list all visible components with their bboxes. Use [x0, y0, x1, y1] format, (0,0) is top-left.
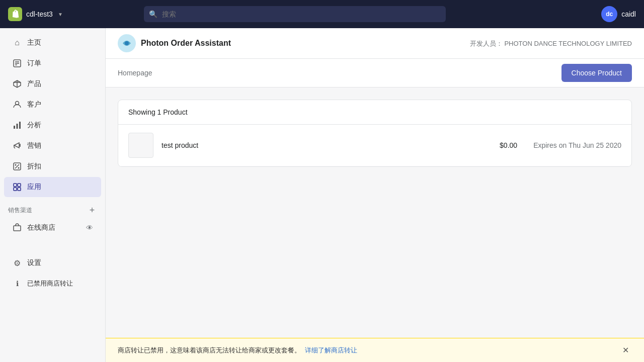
product-list-heading: Showing 1 Product [118, 100, 631, 125]
sidebar-item-settings[interactable]: ⚙ 设置 [4, 253, 101, 273]
svg-rect-19 [14, 226, 21, 231]
app-logo-icon [118, 34, 136, 52]
orders-icon [12, 58, 22, 68]
nav-right-area: dc caidl [601, 6, 636, 22]
choose-product-button[interactable]: Choose Product [561, 64, 632, 82]
sidebar-item-customers[interactable]: 客户 [4, 95, 101, 115]
sidebar: ⌂ 主页 订单 产品 客户 [0, 28, 106, 362]
search-bar: 🔍 [144, 6, 446, 22]
sidebar-item-apps[interactable]: 应用 [4, 177, 101, 197]
svg-point-13 [15, 164, 17, 166]
user-name: caidl [621, 10, 636, 18]
svg-rect-16 [18, 184, 21, 187]
shopify-logo-icon [8, 7, 22, 21]
products-icon [12, 79, 22, 89]
content-area: Photon Order Assistant 开发人员： PHOTON DANC… [106, 28, 644, 362]
avatar-initials: dc [606, 11, 613, 18]
product-price: $0.00 [500, 141, 517, 149]
banner-left: 商店转让已禁用，这意味着该商店无法转让给商家或更改套餐。 详细了解商店转让 [118, 346, 357, 355]
svg-rect-9 [17, 124, 18, 129]
online-store-left: 在线商店 [12, 223, 55, 233]
app-name: Photon Order Assistant [141, 39, 231, 48]
sidebar-item-analytics[interactable]: 分析 [4, 115, 101, 135]
info-icon: ℹ [12, 279, 22, 289]
sidebar-item-store-transfer[interactable]: ℹ 已禁用商店转让 [4, 274, 101, 294]
bottom-banner: 商店转让已禁用，这意味着该商店无法转让给商家或更改套餐。 详细了解商店转让 ✕ [106, 338, 644, 362]
avatar[interactable]: dc [601, 6, 617, 22]
breadcrumb-bar: Homepage Choose Product [106, 59, 644, 87]
online-store-label: 在线商店 [27, 223, 55, 232]
sidebar-item-online-store[interactable]: 在线商店 👁 [4, 219, 101, 237]
marketing-icon [12, 141, 22, 151]
product-thumbnail [128, 133, 153, 158]
settings-icon: ⚙ [12, 258, 22, 268]
sidebar-item-settings-label: 设置 [27, 258, 41, 267]
app-title-area: Photon Order Assistant [118, 34, 231, 52]
discounts-icon [12, 161, 22, 171]
app-header: Photon Order Assistant 开发人员： PHOTON DANC… [106, 28, 644, 59]
top-navigation: cdl-test3 ▼ 🔍 dc caidl [0, 0, 644, 28]
sidebar-item-home-label: 主页 [27, 38, 41, 47]
sidebar-item-analytics-label: 分析 [27, 121, 41, 130]
sales-channels-label: 销售渠道 [8, 206, 32, 215]
svg-rect-8 [14, 126, 15, 129]
sidebar-item-home[interactable]: ⌂ 主页 [4, 33, 101, 53]
customers-icon [12, 100, 22, 110]
svg-rect-17 [14, 188, 17, 191]
banner-close-button[interactable]: ✕ [619, 344, 632, 356]
analytics-icon [12, 120, 22, 130]
product-expiry: Expires on Thu Jun 25 2020 [533, 141, 621, 149]
sidebar-item-products-label: 产品 [27, 79, 41, 88]
table-row: test product $0.00 Expires on Thu Jun 25… [118, 125, 631, 166]
sidebar-item-customers-label: 客户 [27, 100, 41, 109]
online-store-icon [12, 223, 22, 233]
add-sales-channel-button[interactable]: + [87, 205, 97, 215]
sidebar-item-orders-label: 订单 [27, 59, 41, 68]
developer-info: 开发人员： PHOTON DANCE TECHNOLOGY LIMITED [470, 39, 632, 48]
product-name: test product [162, 141, 492, 149]
sidebar-footer: ⚙ 设置 ℹ 已禁用商店转让 [0, 253, 105, 294]
sidebar-item-marketing-label: 营销 [27, 141, 41, 150]
svg-point-21 [125, 41, 129, 45]
svg-rect-18 [18, 188, 21, 191]
sidebar-item-marketing[interactable]: 营销 [4, 136, 101, 156]
sidebar-item-store-transfer-label: 已禁用商店转让 [27, 279, 73, 288]
product-list-card: Showing 1 Product test product $0.00 Exp… [118, 100, 632, 167]
online-store-visibility-icon: 👁 [86, 224, 93, 232]
sidebar-item-discounts[interactable]: 折扣 [4, 156, 101, 176]
apps-icon [12, 182, 22, 192]
sidebar-item-apps-label: 应用 [27, 183, 41, 192]
sales-channels-section: 销售渠道 + [0, 205, 105, 218]
svg-rect-10 [19, 122, 21, 129]
sidebar-item-products[interactable]: 产品 [4, 74, 101, 94]
search-input[interactable] [144, 6, 446, 22]
sidebar-nav-items: ⌂ 主页 订单 产品 客户 [0, 33, 105, 237]
search-icon: 🔍 [149, 10, 157, 18]
svg-point-14 [18, 167, 20, 169]
banner-link[interactable]: 详细了解商店转让 [305, 346, 357, 355]
main-content: Showing 1 Product test product $0.00 Exp… [106, 87, 644, 338]
svg-rect-15 [14, 184, 17, 187]
sidebar-item-discounts-label: 折扣 [27, 162, 41, 171]
developer-label: 开发人员： PHOTON DANCE TECHNOLOGY LIMITED [470, 40, 632, 47]
banner-message: 商店转让已禁用，这意味着该商店无法转让给商家或更改套餐。 [118, 346, 301, 355]
store-dropdown-icon: ▼ [58, 12, 63, 17]
home-icon: ⌂ [12, 38, 22, 48]
sidebar-item-orders[interactable]: 订单 [4, 53, 101, 73]
breadcrumb: Homepage [118, 69, 152, 77]
main-layout: ⌂ 主页 订单 产品 客户 [0, 28, 644, 362]
store-name-label: cdl-test3 [26, 10, 53, 18]
store-selector[interactable]: cdl-test3 ▼ [8, 7, 63, 21]
